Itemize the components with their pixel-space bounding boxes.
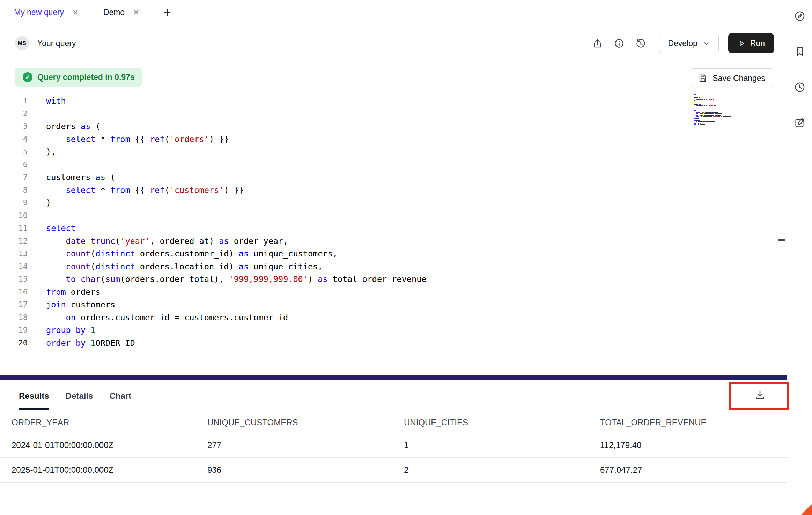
develop-button[interactable]: Develop — [659, 33, 718, 53]
line-number: 13 — [0, 247, 28, 260]
bookmark-icon[interactable] — [792, 44, 807, 59]
code-line[interactable]: 15 to_char(sum(orders.order_total), '999… — [0, 273, 787, 286]
app-window: My new query✕Demo✕ + MS Your query — [0, 0, 812, 515]
line-number: 7 — [0, 171, 28, 184]
results-tab-details[interactable]: Details — [66, 380, 93, 412]
explore-compass-icon[interactable] — [792, 8, 807, 24]
scrollbar-thumb[interactable] — [778, 239, 785, 241]
play-icon — [737, 39, 746, 47]
line-number: 20 — [0, 337, 28, 350]
code-line[interactable]: 3orders as ( — [0, 120, 787, 133]
code-line[interactable]: 2 — [0, 107, 787, 120]
right-sidebar — [787, 0, 812, 515]
code-line[interactable]: 4 select * from {{ ref('orders') }} — [0, 133, 787, 146]
table-cell: 1 — [404, 440, 600, 450]
download-icon — [754, 389, 766, 401]
results-tab-results[interactable]: Results — [19, 380, 49, 412]
editor-tab-my-new-query[interactable]: My new query✕ — [0, 0, 89, 25]
code-line[interactable]: 5), — [0, 145, 787, 158]
column-header[interactable]: UNIQUE_CITIES — [404, 418, 600, 427]
table-row[interactable]: 2025-01-01T00:00:00.000Z9362677,047.27 — [0, 458, 787, 483]
code-line[interactable]: 18 on orders.customer_id = customers.cus… — [0, 311, 787, 324]
line-number: 16 — [0, 286, 28, 299]
close-tab-icon[interactable]: ✕ — [72, 9, 79, 16]
code-line[interactable]: 8 select * from {{ ref('customers') }} — [0, 184, 787, 197]
editor-tab-demo[interactable]: Demo✕ — [89, 0, 150, 25]
code-line[interactable]: 9) — [0, 196, 787, 209]
table-cell: 112,179.40 — [600, 440, 787, 450]
panel-divider[interactable] — [0, 375, 787, 380]
code-line[interactable]: 12 date_trunc('year', ordered_at) as ord… — [0, 235, 787, 248]
line-number: 14 — [0, 260, 28, 273]
line-number: 12 — [0, 235, 28, 248]
corner-badge — [801, 504, 812, 515]
line-number: 4 — [0, 133, 28, 146]
tab-label: My new query — [14, 8, 64, 17]
line-number: 3 — [0, 120, 28, 133]
code-line[interactable]: 13 count(distinct orders.customer_id) as… — [0, 247, 787, 260]
results-body: 2024-01-01T00:00:00.000Z2771112,179.4020… — [0, 433, 787, 483]
status-message: Query completed in 0.97s — [37, 73, 135, 82]
line-number: 5 — [0, 145, 28, 158]
code-line[interactable]: 17join customers — [0, 298, 787, 311]
table-cell: 936 — [207, 465, 404, 475]
save-changes-button[interactable]: Save Changes — [689, 68, 774, 88]
table-cell: 2024-01-01T00:00:00.000Z — [12, 440, 207, 450]
line-number: 10 — [0, 209, 28, 222]
code-line[interactable]: 1with — [0, 95, 787, 107]
history-clock-icon[interactable] — [792, 80, 807, 95]
history-icon[interactable] — [633, 35, 649, 51]
save-changes-label: Save Changes — [713, 74, 765, 83]
chevron-down-icon — [702, 39, 710, 47]
minimap[interactable] — [694, 94, 732, 125]
line-number: 19 — [0, 324, 28, 337]
results-tab-chart[interactable]: Chart — [109, 380, 131, 412]
column-header[interactable]: UNIQUE_CUSTOMERS — [207, 418, 404, 427]
info-icon[interactable] — [611, 35, 627, 51]
main-area: My new query✕Demo✕ + MS Your query — [0, 0, 787, 515]
line-number: 15 — [0, 273, 28, 286]
save-icon — [698, 73, 708, 83]
avatar: MS — [15, 36, 29, 50]
code-line[interactable]: 10 — [0, 209, 787, 222]
code-lines: 1with23orders as (4 select * from {{ ref… — [0, 95, 787, 349]
table-row[interactable]: 2024-01-01T00:00:00.000Z2771112,179.40 — [0, 433, 787, 458]
table-cell: 2 — [404, 465, 600, 475]
code-line[interactable]: 11select — [0, 222, 787, 235]
line-number: 18 — [0, 311, 28, 324]
code-line[interactable]: 14 count(distinct orders.location_id) as… — [0, 260, 787, 273]
line-number: 9 — [0, 196, 28, 209]
line-number: 6 — [0, 158, 28, 171]
line-number: 1 — [0, 95, 28, 107]
query-header: MS Your query Develop — [0, 25, 787, 61]
download-results-button[interactable] — [749, 385, 771, 405]
code-line[interactable]: 7customers as ( — [0, 171, 787, 184]
close-tab-icon[interactable]: ✕ — [133, 9, 139, 16]
tab-label: Demo — [103, 8, 125, 17]
develop-button-label: Develop — [668, 39, 697, 48]
check-icon: ✓ — [23, 72, 32, 82]
results-tab-bar: ResultsDetailsChart — [0, 380, 787, 412]
line-number: 11 — [0, 222, 28, 235]
column-header[interactable]: ORDER_YEAR — [12, 418, 207, 427]
run-button-label: Run — [750, 39, 765, 48]
tab-bar: My new query✕Demo✕ + — [0, 0, 787, 25]
table-cell: 277 — [207, 440, 404, 450]
tab-list: My new query✕Demo✕ — [0, 0, 150, 25]
status-badge: ✓ Query completed in 0.97s — [15, 68, 142, 87]
share-icon[interactable] — [589, 35, 605, 51]
line-number: 8 — [0, 184, 28, 197]
new-tab-button[interactable]: + — [159, 5, 175, 21]
line-number: 17 — [0, 298, 28, 311]
table-cell: 677,047.27 — [600, 465, 787, 475]
code-line[interactable]: 16from orders — [0, 286, 787, 299]
run-button[interactable]: Run — [728, 33, 774, 53]
code-line[interactable]: 19group by 1 — [0, 324, 787, 337]
line-number: 2 — [0, 107, 28, 120]
column-header[interactable]: TOTAL_ORDER_REVENUE — [600, 418, 787, 427]
results-table: ORDER_YEARUNIQUE_CUSTOMERSUNIQUE_CITIEST… — [0, 412, 787, 483]
code-editor[interactable]: 1with23orders as (4 select * from {{ ref… — [0, 95, 787, 375]
code-line[interactable]: 20order by 1ORDER_ID — [0, 337, 787, 350]
feedback-compose-icon[interactable] — [792, 115, 807, 130]
code-line[interactable]: 6 — [0, 158, 787, 171]
